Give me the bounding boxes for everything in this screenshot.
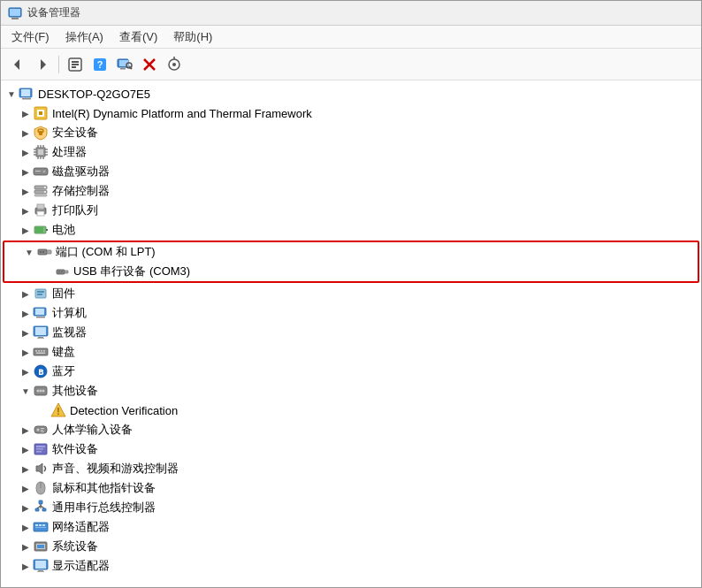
toggle-monitor[interactable]: ▶ xyxy=(19,325,33,340)
label-hid: 人体学输入设备 xyxy=(52,422,133,438)
icon-print xyxy=(33,202,49,218)
svg-rect-53 xyxy=(37,211,44,216)
svg-rect-73 xyxy=(35,327,46,335)
toggle-usbctrl[interactable]: ▶ xyxy=(19,500,33,515)
toggle-firmware[interactable]: ▶ xyxy=(19,286,33,301)
icon-system xyxy=(33,538,49,554)
tree-item-computer[interactable]: ▶ 计算机 xyxy=(1,303,701,323)
menu-action[interactable]: 操作(A) xyxy=(58,27,111,48)
svg-rect-67 xyxy=(37,291,44,293)
forward-button[interactable] xyxy=(31,53,54,76)
label-root: DESKTOP-Q2GO7E5 xyxy=(38,88,150,101)
menu-file[interactable]: 文件(F) xyxy=(4,27,57,48)
toggle-system[interactable]: ▶ xyxy=(19,539,33,554)
tree-item-battery[interactable]: ▶ 电池 xyxy=(1,220,701,240)
tree-item-hid[interactable]: ▶ 人体学输入设备 xyxy=(1,420,701,439)
toggle-other[interactable]: ▼ xyxy=(19,384,33,398)
toggle-processor[interactable]: ▶ xyxy=(19,145,33,159)
toggle-hid[interactable]: ▶ xyxy=(19,423,33,437)
svg-rect-71 xyxy=(36,317,45,318)
tree-item-ports[interactable]: ▼ 端口 (COM 和 LPT) xyxy=(4,242,698,262)
tree-item-storage[interactable]: ▶ 存储控制器 xyxy=(1,181,701,201)
toggle-security[interactable]: ▶ xyxy=(19,126,33,140)
label-display: 显示适配器 xyxy=(52,558,110,574)
tree-item-monitor[interactable]: ▶ 监视器 xyxy=(1,323,701,342)
label-usb-com3: USB 串行设备 (COM3) xyxy=(73,263,190,279)
toggle-root[interactable]: ▼ xyxy=(4,87,19,101)
tree-item-bluetooth[interactable]: ▶ ʙ 蓝牙 xyxy=(1,362,701,381)
toggle-diskdrive[interactable]: ▶ xyxy=(19,164,33,179)
tree-item-diskdrive[interactable]: ▶ 磁盘驱动器 xyxy=(1,162,701,181)
svg-rect-98 xyxy=(36,451,42,453)
menu-view[interactable]: 查看(V) xyxy=(112,27,164,48)
svg-rect-109 xyxy=(42,524,45,526)
tree-item-software[interactable]: ▶ 软件设备 xyxy=(1,439,701,459)
tree-item-other[interactable]: ▼ 其他设备 xyxy=(1,381,701,401)
icon-mouse xyxy=(33,480,49,496)
toggle-bluetooth[interactable]: ▶ xyxy=(19,364,33,378)
back-button[interactable] xyxy=(6,53,29,76)
tree-item-display[interactable]: ▶ 显示适配器 xyxy=(1,556,701,576)
svg-rect-52 xyxy=(37,204,44,209)
menu-help[interactable]: 帮助(H) xyxy=(166,27,219,48)
svg-rect-79 xyxy=(41,350,42,352)
tree-item-processor[interactable]: ▶ 处理器 xyxy=(1,142,701,162)
svg-text:!: ! xyxy=(57,407,59,416)
svg-rect-80 xyxy=(43,350,45,352)
tree-item-keyboard[interactable]: ▶ 键盘 xyxy=(1,342,701,362)
svg-rect-57 xyxy=(35,227,43,233)
toolbar-sep-1 xyxy=(58,56,59,73)
tree-item-intel[interactable]: ▶ Intel(R) Dynamic Platform and Thermal … xyxy=(1,103,701,123)
svg-rect-100 xyxy=(39,500,42,504)
toggle-ports[interactable]: ▼ xyxy=(22,245,36,259)
svg-point-19 xyxy=(172,63,176,66)
delete-button[interactable] xyxy=(138,53,161,76)
toggle-computer[interactable]: ▶ xyxy=(19,306,33,320)
toggle-software[interactable]: ▶ xyxy=(19,442,33,456)
tree-item-detection[interactable]: ! Detection Verification xyxy=(1,401,701,420)
title-bar-text: 设备管理器 xyxy=(27,5,80,20)
svg-point-65 xyxy=(61,271,63,273)
tree-item-system[interactable]: ▶ 系统设备 xyxy=(1,537,701,556)
properties-button[interactable] xyxy=(64,53,87,76)
toggle-mouse[interactable]: ▶ xyxy=(19,481,33,495)
tree-item-usb-com3[interactable]: ▶ USB 串行设备 (COM3) xyxy=(4,262,698,281)
svg-rect-115 xyxy=(35,561,46,569)
toggle-print[interactable]: ▶ xyxy=(19,203,33,218)
toggle-display[interactable]: ▶ xyxy=(19,559,33,573)
toggle-keyboard[interactable]: ▶ xyxy=(19,345,33,359)
svg-point-91 xyxy=(37,429,40,431)
toggle-intel[interactable]: ▶ xyxy=(19,106,33,120)
label-storage: 存储控制器 xyxy=(52,183,110,199)
tree-item-root[interactable]: ▼ DESKTOP-Q2GO7E5 xyxy=(1,84,701,103)
tree-item-print[interactable]: ▶ 打印队列 xyxy=(1,201,701,220)
label-monitor: 监视器 xyxy=(52,325,87,340)
refresh-button[interactable] xyxy=(163,53,186,76)
toggle-sound[interactable]: ▶ xyxy=(19,462,33,476)
svg-point-44 xyxy=(42,170,46,173)
svg-point-50 xyxy=(44,191,46,193)
scan-button[interactable] xyxy=(113,53,136,76)
svg-rect-13 xyxy=(120,68,126,70)
toggle-battery[interactable]: ▶ xyxy=(19,223,33,237)
help-button[interactable]: ? xyxy=(88,53,111,76)
label-intel: Intel(R) Dynamic Platform and Thermal Fr… xyxy=(52,107,312,120)
tree-item-mouse[interactable]: ▶ 鼠标和其他指针设备 xyxy=(1,478,701,498)
tree-item-security[interactable]: ▶ 安全设备 xyxy=(1,123,701,142)
label-keyboard: 键盘 xyxy=(52,344,75,360)
title-bar: 设备管理器 xyxy=(1,1,701,26)
label-system: 系统设备 xyxy=(52,538,98,554)
tree-item-sound[interactable]: ▶ 声音、视频和游戏控制器 xyxy=(1,459,701,478)
icon-firmware xyxy=(33,286,49,302)
tree-item-usbctrl[interactable]: ▶ 通用串行总线控制器 xyxy=(1,498,701,517)
svg-rect-77 xyxy=(35,350,37,352)
menu-bar: 文件(F) 操作(A) 查看(V) 帮助(H) xyxy=(1,26,701,49)
tree-item-network[interactable]: ▶ 网络适配器 xyxy=(1,517,701,537)
toggle-network[interactable]: ▶ xyxy=(19,520,33,534)
label-mouse: 鼠标和其他指针设备 xyxy=(52,480,156,496)
tree-item-firmware[interactable]: ▶ 固件 xyxy=(1,284,701,303)
toggle-storage[interactable]: ▶ xyxy=(19,184,33,198)
svg-rect-68 xyxy=(37,294,42,295)
svg-rect-30 xyxy=(38,149,43,155)
svg-rect-56 xyxy=(46,229,48,231)
